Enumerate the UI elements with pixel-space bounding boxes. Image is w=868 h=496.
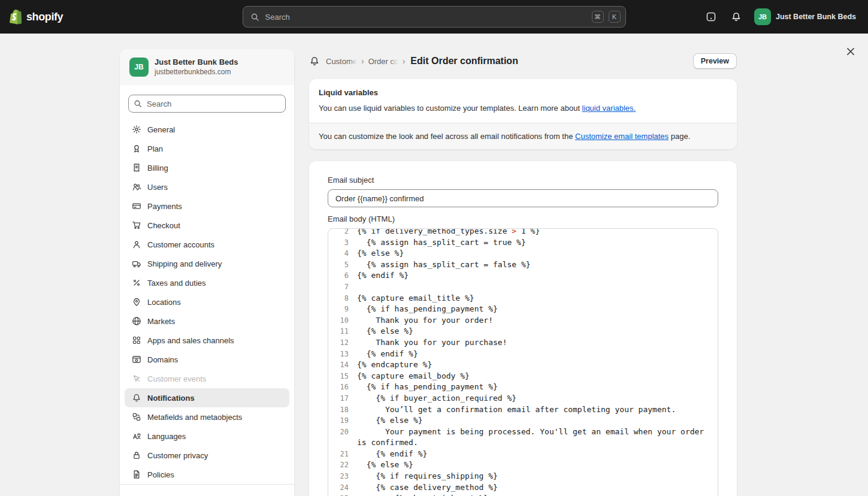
sidebar-item-payments[interactable]: Payments (125, 196, 289, 216)
sidebar-item-label: Apps and sales channels (147, 336, 234, 345)
global-search-bar[interactable]: ⌘ K (243, 6, 626, 28)
code-line: 19 {% else %} (328, 415, 718, 427)
line-number: 11 (328, 326, 349, 337)
sidebar-item-label: Languages (147, 432, 186, 441)
code-text: Thank you for your order! (349, 315, 718, 326)
settings-page: JB Just Better Bunk Beds justbetterbunkb… (0, 34, 868, 496)
code-text (349, 282, 718, 293)
sidebar-item-taxes-and-duties[interactable]: Taxes and duties (125, 273, 289, 292)
code-line: 5 {% assign has_split_cart = false %} (328, 259, 718, 271)
sidebar-item-checkout[interactable]: Checkout (125, 216, 289, 235)
code-line: 14{% endcapture %} (328, 359, 718, 371)
breadcrumb-order-confirmation[interactable]: Order confirmation (368, 57, 398, 66)
sidebar-item-users[interactable]: Users (125, 177, 289, 196)
sidebar-item-notifications[interactable]: Notifications (125, 388, 289, 407)
store-menu-button[interactable]: JB Just Better Bunk Beds (752, 7, 858, 26)
code-line: 10 Thank you for your order! (328, 315, 718, 326)
code-text: {% if has_pending_payment %} (349, 382, 718, 393)
line-number: 21 (328, 449, 349, 460)
email-template-card: Email subject Email body (HTML) 2{% if d… (309, 161, 737, 496)
sidebar-item-label: Policies (147, 470, 174, 479)
code-text: {% assign has_split_cart = true %} (349, 237, 718, 249)
sidebar-item-label: Billing (147, 164, 168, 173)
sidebar-item-label: Taxes and duties (147, 279, 206, 288)
code-line: 9 {% if has_pending_payment %} (328, 304, 718, 315)
settings-search-field[interactable] (128, 95, 286, 113)
breadcrumb-customer-notifications[interactable]: Customer notifications (326, 57, 357, 66)
sidebar-item-general[interactable]: General (125, 120, 289, 139)
line-number: 5 (328, 259, 349, 271)
notifications-icon (132, 393, 141, 403)
markets-icon (132, 316, 141, 326)
sidebar-item-plan[interactable]: Plan (125, 139, 289, 158)
code-line: 17 {% if buyer_action_required %} (328, 393, 718, 404)
languages-icon (132, 431, 141, 441)
line-number: 24 (328, 482, 349, 494)
sidebar-item-customer-privacy[interactable]: Customer privacy (125, 446, 289, 465)
code-lines: 2{% if delivery_method_types.size > 1 %}… (328, 228, 718, 496)
sidebar-item-label: Customer accounts (147, 240, 214, 249)
sidebar-item-label: Shipping and delivery (147, 259, 222, 268)
domains-icon (132, 355, 141, 364)
sidebar-item-apps-and-sales-channels[interactable]: Apps and sales channels (125, 331, 289, 350)
settings-sidebar: JB Just Better Bunk Beds justbetterbunkb… (120, 49, 294, 496)
page-title: Edit Order confirmation (410, 56, 518, 66)
banner-body: You can use liquid variables to customiz… (319, 102, 727, 114)
code-text: {% if has_pending_payment %} (349, 304, 718, 315)
settings-search-input[interactable] (146, 99, 280, 109)
notifications-bell-icon[interactable] (727, 7, 746, 26)
customize-email-templates-link[interactable]: Customize email templates (575, 132, 669, 141)
code-text: {% endif %} (349, 270, 718, 282)
email-body-code-editor[interactable]: 2{% if delivery_method_types.size > 1 %}… (328, 228, 718, 496)
sidebar-item-customer-events: Customer events (125, 369, 289, 388)
sidebar-item-locations[interactable]: Locations (125, 292, 289, 311)
sidebar-item-shipping-and-delivery[interactable]: Shipping and delivery (125, 254, 289, 273)
preview-button[interactable]: Preview (693, 53, 737, 69)
apps-icon[interactable] (701, 7, 721, 26)
line-number: 18 (328, 404, 349, 416)
close-icon[interactable] (843, 44, 858, 59)
code-line: 21 {% endif %} (328, 449, 718, 460)
apps-icon (132, 335, 141, 345)
email-subject-input[interactable] (328, 189, 718, 207)
sidebar-store-domain: justbetterbunkbeds.com (155, 68, 238, 77)
code-text: You’ll get a confirmation email after co… (349, 404, 718, 416)
line-number: 25 (328, 493, 349, 496)
sidebar-item-label: Customer events (147, 374, 206, 383)
global-search-input[interactable] (264, 12, 587, 22)
code-line: 4{% else %} (328, 248, 718, 259)
code-text: {% endif %} (349, 349, 718, 360)
shipping-icon (132, 259, 141, 268)
sidebar-item-metafields-and-metaobjects[interactable]: Metafields and metaobjects (125, 407, 289, 427)
line-number: 22 (328, 459, 349, 471)
payments-icon (132, 201, 141, 211)
sidebar-store-name: Just Better Bunk Beds (155, 58, 238, 67)
sidebar-item-label: Metafields and metaobjects (147, 413, 242, 422)
shopify-logo[interactable]: shopify (10, 9, 63, 25)
shopify-wordmark: shopify (26, 11, 63, 23)
code-line: 8{% capture email_title %} (328, 293, 718, 304)
billing-icon (132, 163, 141, 173)
customer-events-icon (132, 374, 141, 383)
customer-accounts-icon (132, 240, 141, 249)
code-text: {% capture email_body %} (349, 371, 718, 382)
store-avatar: JB (754, 8, 771, 25)
code-line: 7 (328, 282, 718, 293)
sidebar-item-billing[interactable]: Billing (125, 158, 289, 177)
sidebar-item-customer-accounts[interactable]: Customer accounts (125, 235, 289, 254)
sidebar-item-policies[interactable]: Policies (125, 465, 289, 484)
sidebar-item-label: General (147, 125, 175, 134)
line-number: 20 (328, 427, 349, 449)
plan-icon (132, 144, 141, 153)
search-icon (134, 99, 142, 108)
code-line: 11 {% else %} (328, 326, 718, 337)
sidebar-item-languages[interactable]: Languages (125, 427, 289, 446)
sidebar-item-domains[interactable]: Domains (125, 350, 289, 369)
taxes-icon (132, 278, 141, 288)
code-line: 2{% if delivery_method_types.size > 1 %} (328, 228, 718, 237)
code-line: 22 {% else %} (328, 459, 718, 471)
liquid-variables-link[interactable]: liquid variables. (582, 104, 636, 113)
code-text: {% if delivery_method_types.size > 1 %} (349, 228, 718, 237)
sidebar-item-markets[interactable]: Markets (125, 311, 289, 331)
email-body-label: Email body (HTML) (328, 214, 718, 223)
